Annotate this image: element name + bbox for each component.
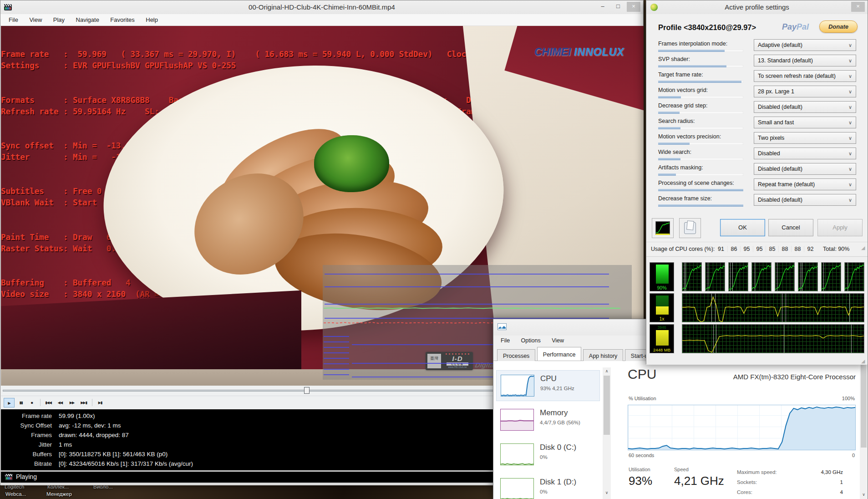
scrollbar-thumb[interactable] [604, 376, 610, 435]
decrease-frame-size-select[interactable]: Disabled (default)∨ [754, 194, 856, 206]
tab-app-history[interactable]: App history [583, 349, 624, 362]
stat-value: avg: -12 ms, dev: 1 ms [59, 422, 121, 432]
search-radius-select[interactable]: Small and fast∨ [754, 117, 856, 128]
sockets-label: Sockets: [737, 479, 757, 485]
resize-grip[interactable]: ◢ [861, 358, 867, 364]
setting-label: Wide search: [658, 149, 691, 155]
menu-file[interactable]: File [4, 14, 23, 26]
resize-grip[interactable]: ◢ [861, 245, 867, 250]
stat-value: [0]: 43234/65016 Kb/s [1]: 317/317 Kb/s … [59, 460, 193, 470]
artifacts-masking-select[interactable]: Disabled (default)∨ [754, 163, 856, 175]
tm-menu-options[interactable]: Options [517, 336, 545, 344]
mpc-status-icon [5, 474, 13, 480]
target-frame-rate-select[interactable]: To screen refresh rate (default)∨ [754, 70, 856, 82]
scene-changes-select[interactable]: Repeat frame (default)∨ [754, 178, 856, 190]
seek-thumb[interactable] [304, 387, 310, 394]
setting-decrease-grid-step: Decrease grid step: Disabled (default)∨ [646, 101, 868, 116]
desktop-icon-label[interactable]: Менеджер [46, 491, 72, 497]
setting-label: Search radius: [658, 118, 695, 124]
apply-button[interactable]: Apply [817, 219, 863, 236]
player-titlebar[interactable]: 00-Original-HD-Club-4K-Chimei-Inn-60MBit… [0, 0, 643, 14]
close-icon[interactable]: × [851, 2, 865, 12]
motion-vectors-grid-select[interactable]: 28 px. Large 1∨ [754, 86, 856, 97]
skip-end-button[interactable]: ▶▶▮ [78, 398, 89, 407]
overlay-line [325, 286, 609, 287]
frames-interpolation-select[interactable]: Adaptive (default)∨ [754, 39, 856, 51]
stop-button[interactable]: ■ [26, 398, 37, 407]
sidebar-item-disk0[interactable]: Disk 0 (C:) 0% [496, 439, 600, 470]
scroll-down-icon[interactable]: ∨ [603, 489, 611, 497]
tab-performance[interactable]: Performance [537, 347, 582, 361]
scroll-down-icon[interactable]: ∨ [860, 491, 868, 499]
overlay-tick [324, 352, 349, 353]
setting-scene-changes: Processing of scene changes: Repeat fram… [646, 178, 868, 193]
svp-shader-select[interactable]: 13. Standard (default)∨ [754, 55, 856, 66]
setting-label: Frames interpolation mode: [658, 41, 727, 47]
minimize-icon[interactable]: – [596, 2, 609, 12]
svp-monitor-panel: 90% 1x 3946 2448 MB [646, 256, 868, 365]
cpu-usage-label: Usage of CPU cores (%): [651, 246, 715, 252]
setting-search-radius: Search radius: Small and fast∨ [646, 117, 868, 131]
scroll-up-icon[interactable]: ∧ [603, 367, 611, 375]
stat-label: Frames [1, 432, 52, 441]
frame-step-button[interactable]: ▶▮ [95, 398, 106, 407]
cpu-thumbnail [501, 375, 534, 397]
scrollbar-thumb[interactable] [861, 361, 867, 448]
setting-decrease-frame-size: Decrease frame size: Disabled (default)∨ [646, 194, 868, 209]
pause-button[interactable]: ▮▮ [15, 398, 26, 407]
cpu-usage-row: Usage of CPU cores (%): 91 86 95 95 85 8… [646, 242, 868, 255]
load-indicator [658, 173, 743, 176]
menu-help[interactable]: Help [141, 14, 162, 26]
decrease-grid-step-select[interactable]: Disabled (default)∨ [754, 101, 856, 113]
performance-monitor-button[interactable] [652, 218, 674, 238]
core-graph-7 [821, 262, 841, 291]
core-usage: 92 [804, 246, 817, 252]
ok-button[interactable]: OK [720, 219, 765, 236]
sidebar-item-cpu[interactable]: CPU 93% 4,21 GHz [496, 370, 600, 401]
menu-favorites[interactable]: Favorites [106, 14, 139, 26]
profile-name: Profile <3840x2160@29.97> [658, 23, 756, 32]
graph-y-label: % Utilisation [629, 396, 656, 401]
copy-settings-button[interactable] [679, 218, 701, 238]
menu-view[interactable]: View [25, 14, 46, 26]
donate-button[interactable]: Donate [819, 20, 858, 33]
close-icon[interactable]: × [627, 2, 640, 12]
taskmgr-app-icon [497, 323, 507, 330]
cancel-button[interactable]: Cancel [768, 219, 813, 236]
play-button[interactable]: ▶ [4, 398, 15, 407]
tab-processes[interactable]: Processes [497, 349, 535, 362]
desktop-icon-label[interactable]: Webca... [5, 491, 26, 497]
fast-forward-button[interactable]: ▶▶ [66, 398, 77, 407]
sidebar-item-memory[interactable]: Memory 4,4/7,9 GB (56%) [496, 405, 600, 436]
taskmgr-body: CPU 93% 4,21 GHz Memory 4,4/7,9 GB (56%)… [493, 361, 868, 499]
menu-navigate[interactable]: Navigate [71, 14, 104, 26]
menu-play[interactable]: Play [49, 14, 69, 26]
clipboard-icon [684, 222, 696, 234]
chevron-down-icon: ∨ [848, 40, 852, 51]
svp-titlebar[interactable]: Active profile settings × [646, 0, 868, 14]
tm-menu-view[interactable]: View [547, 336, 569, 344]
setting-label: Target frame rate: [658, 71, 703, 78]
setting-label: Decrease grid step: [658, 102, 707, 109]
chevron-down-icon: ∨ [848, 194, 852, 205]
playback-status: Playing [16, 473, 37, 480]
rewind-button[interactable]: ◀◀ [55, 398, 66, 407]
skip-start-button[interactable]: ▮◀◀ [43, 398, 54, 407]
core-graph-3 [728, 262, 748, 291]
setting-wide-search: Wide search: Disabled∨ [646, 148, 868, 162]
setting-label: SVP shader: [658, 56, 690, 62]
taskmgr-scrollbar[interactable]: ∨ [860, 361, 868, 499]
disk1-thumbnail [500, 478, 534, 499]
cores-label: Cores: [737, 489, 752, 495]
mv-precision-select[interactable]: Two pixels∨ [754, 132, 856, 144]
disk0-thumbnail [500, 443, 534, 465]
sidebar-scrollbar[interactable]: ∧ ∨ [603, 367, 611, 499]
core-graph-8 [844, 262, 864, 291]
setting-frames-interpolation: Frames interpolation mode: Adaptive (def… [646, 39, 868, 54]
maximize-icon[interactable]: □ [611, 2, 625, 12]
screen: Logitech Webca... Коллек... Менеджер Вио… [0, 0, 868, 499]
load-indicator [658, 158, 743, 160]
tm-menu-file[interactable]: File [496, 336, 514, 344]
sidebar-item-disk1[interactable]: Disk 1 (D:) 0% [496, 474, 600, 499]
wide-search-select[interactable]: Disabled∨ [754, 148, 856, 159]
